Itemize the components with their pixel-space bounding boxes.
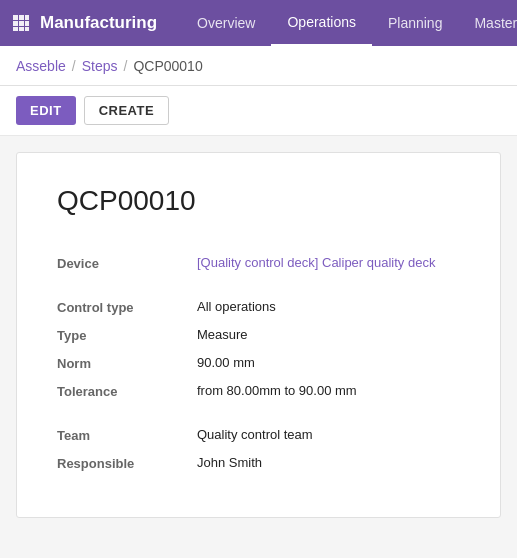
- svg-rect-6: [13, 27, 18, 31]
- svg-rect-3: [13, 21, 18, 26]
- breadcrumb-sep1: /: [72, 58, 76, 74]
- nav-operations[interactable]: Operations: [271, 0, 371, 46]
- field-device: Device [Quality control deck] Caliper qu…: [57, 249, 460, 277]
- field-norm: Norm 90.00 mm: [57, 349, 460, 377]
- field-tolerance: Tolerance from 80.00mm to 90.00 mm: [57, 377, 460, 405]
- svg-rect-2: [25, 15, 29, 20]
- field-responsible: Responsible John Smith: [57, 449, 460, 477]
- record-card: QCP00010 Device [Quality control deck] C…: [16, 152, 501, 518]
- fields-section: Device [Quality control deck] Caliper qu…: [57, 249, 460, 477]
- type-label: Type: [57, 327, 197, 343]
- top-nav: Manufacturing Overview Operations Planni…: [0, 0, 517, 46]
- control-type-value: All operations: [197, 299, 460, 314]
- field-team: Team Quality control team: [57, 421, 460, 449]
- team-value: Quality control team: [197, 427, 460, 442]
- nav-overview[interactable]: Overview: [181, 0, 271, 46]
- breadcrumb-current: QCP00010: [133, 58, 202, 74]
- norm-label: Norm: [57, 355, 197, 371]
- svg-rect-1: [19, 15, 24, 20]
- type-value: Measure: [197, 327, 460, 342]
- svg-rect-8: [25, 27, 29, 31]
- record-title: QCP00010: [57, 185, 460, 217]
- breadcrumb-sep2: /: [124, 58, 128, 74]
- svg-rect-5: [25, 21, 29, 26]
- grid-icon[interactable]: [12, 14, 30, 32]
- edit-button[interactable]: EDIT: [16, 96, 76, 125]
- responsible-label: Responsible: [57, 455, 197, 471]
- app-title: Manufacturing: [40, 13, 157, 33]
- norm-value: 90.00 mm: [197, 355, 460, 370]
- svg-rect-0: [13, 15, 18, 20]
- device-value[interactable]: [Quality control deck] Caliper quality d…: [197, 255, 460, 270]
- create-button[interactable]: CREATE: [84, 96, 169, 125]
- nav-links: Overview Operations Planning Master...: [181, 0, 517, 46]
- nav-master[interactable]: Master...: [458, 0, 517, 46]
- tolerance-label: Tolerance: [57, 383, 197, 399]
- breadcrumb-parent2[interactable]: Steps: [82, 58, 118, 74]
- device-label: Device: [57, 255, 197, 271]
- nav-planning[interactable]: Planning: [372, 0, 459, 46]
- main-content: QCP00010 Device [Quality control deck] C…: [0, 136, 517, 558]
- team-label: Team: [57, 427, 197, 443]
- responsible-value: John Smith: [197, 455, 460, 470]
- svg-rect-7: [19, 27, 24, 31]
- svg-rect-4: [19, 21, 24, 26]
- action-bar: EDIT CREATE: [0, 86, 517, 136]
- control-type-label: Control type: [57, 299, 197, 315]
- breadcrumb: Asseble / Steps / QCP00010: [0, 46, 517, 86]
- tolerance-value: from 80.00mm to 90.00 mm: [197, 383, 460, 398]
- field-control-type: Control type All operations: [57, 293, 460, 321]
- breadcrumb-parent1[interactable]: Asseble: [16, 58, 66, 74]
- field-type: Type Measure: [57, 321, 460, 349]
